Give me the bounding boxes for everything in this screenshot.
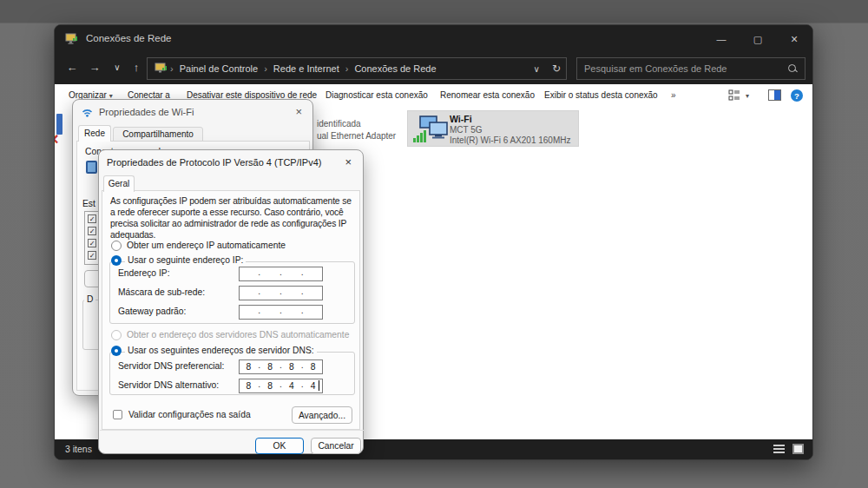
wifi-name: Wi-Fi — [450, 114, 472, 124]
items-count: 3 itens — [65, 444, 92, 454]
refresh-icon[interactable]: ↻ — [552, 63, 561, 75]
radio-auto-ip[interactable] — [111, 241, 122, 251]
close-button[interactable]: × — [776, 25, 812, 53]
details-view-icon[interactable] — [773, 445, 785, 454]
dns-preferred-label: Servidor DNS preferencial: — [118, 361, 224, 371]
wifi-connection-item[interactable]: Wi-Fi MCT 5G Intel(R) Wi-Fi 6 AX201 160M… — [407, 110, 579, 147]
text-caret — [319, 380, 319, 391]
breadcrumb-separator: › — [345, 63, 349, 74]
maximize-icon: ▢ — [753, 34, 762, 45]
dns-preferred-field[interactable]: 8888 — [239, 359, 323, 374]
wifi-adapter: Intel(R) Wi-Fi 6 AX201 160MHz — [450, 135, 571, 145]
toolbar-overflow-icon[interactable]: » — [671, 90, 676, 100]
dns-alternate-field[interactable]: 8844 — [239, 379, 323, 393]
item-checkbox-checked[interactable]: ✓ — [88, 251, 96, 260]
view-mode-icon[interactable] — [728, 89, 740, 101]
toolbar-view-status[interactable]: Exibir o status desta conexão — [544, 90, 658, 100]
footer-divider — [100, 430, 364, 431]
subnet-mask-label: Máscara de sub-rede: — [118, 287, 205, 297]
back-icon[interactable]: ← — [63, 61, 81, 74]
gateway-field[interactable] — [239, 305, 323, 320]
tab-rede[interactable]: Rede — [78, 125, 111, 142]
ipv4-dialog-page: As configurações IP podem ser atribuídas… — [102, 190, 360, 430]
wifi-network: MCT 5G — [450, 125, 483, 135]
wifi-connection-icon — [411, 115, 448, 144]
forward-icon[interactable]: → — [86, 61, 103, 74]
app-icon — [65, 33, 78, 45]
gateway-label: Gateway padrão: — [118, 307, 186, 316]
address-bar[interactable]: › Painel de Controle › Rede e Internet ›… — [147, 57, 567, 80]
validate-checkbox[interactable] — [113, 410, 122, 419]
titlebar: Conexões de Rede — ▢ × — [55, 25, 812, 53]
tab-compartilhamento[interactable]: Compartilhamento — [113, 127, 203, 142]
recent-locations-icon[interactable]: ∨ — [108, 63, 126, 72]
toolbar-rename-connection[interactable]: Renomear esta conexão — [440, 90, 535, 100]
help-icon[interactable]: ? — [791, 89, 803, 102]
view-mode-dropdown-icon[interactable]: ▾ — [746, 92, 749, 100]
wifi-dialog-title: Propriedades de Wi-Fi — [99, 107, 194, 117]
wifi-dialog-icon — [82, 106, 93, 117]
maximize-button[interactable]: ▢ — [740, 25, 776, 53]
minimize-button[interactable]: — — [703, 25, 740, 53]
adapter-icon-fragment — [86, 161, 97, 174]
subnet-mask-field[interactable] — [239, 286, 323, 300]
item-checkbox-checked[interactable]: ✓ — [88, 214, 96, 223]
radio-manual-dns-label[interactable]: Usar os seguintes endereços de servidor … — [125, 346, 317, 355]
cancel-button[interactable]: Cancelar — [311, 438, 361, 454]
thumbnail-view-icon[interactable] — [792, 444, 804, 454]
preview-pane-icon[interactable] — [768, 89, 781, 101]
wifi-dialog-close-icon[interactable]: × — [295, 105, 302, 118]
radio-manual-ip-label[interactable]: Usar o seguinte endereço IP: — [125, 255, 246, 265]
description-label-fragment: D — [84, 294, 95, 304]
close-icon: × — [791, 32, 798, 46]
radio-auto-ip-label[interactable]: Obter um endereço IP automaticamente — [127, 241, 286, 250]
partial-item-adapter[interactable]: ual Ethernet Adapter — [317, 131, 396, 141]
ipv4-dialog-title: Propriedades de Protocolo IP Versão 4 (T… — [107, 157, 321, 168]
toolbar-diagnose-connection[interactable]: Diagnosticar esta conexão — [326, 90, 428, 100]
item-checkbox-checked[interactable]: ✓ — [88, 227, 96, 235]
breadcrumb-network-connections[interactable]: Conexões de Rede — [354, 63, 436, 74]
radio-auto-dns — [111, 330, 122, 340]
search-icon[interactable] — [787, 63, 798, 74]
item-checkbox-checked[interactable]: ✓ — [88, 239, 96, 247]
breadcrumb-separator: › — [264, 63, 267, 74]
ipv4-properties-dialog: Propriedades de Protocolo IP Versão 4 (T… — [98, 149, 364, 454]
ip-address-field[interactable] — [239, 267, 323, 281]
disabled-red-x-icon: × — [55, 129, 59, 149]
radio-manual-ip[interactable] — [111, 255, 122, 266]
partial-item-network[interactable]: identificada — [317, 119, 361, 129]
navigation-bar: ← → ∨ ↑ › Painel de Controle › Rede e In… — [55, 53, 812, 84]
radio-auto-dns-label: Obter o endereço dos servidores DNS auto… — [127, 330, 349, 340]
network-connections-window: Conexões de Rede — ▢ × ← → ∨ ↑ › Painel … — [54, 24, 813, 460]
window-title: Conexões de Rede — [86, 33, 171, 43]
breadcrumb-network-internet[interactable]: Rede e Internet — [273, 63, 339, 74]
location-icon — [155, 63, 168, 75]
validate-checkbox-label[interactable]: Validar configurações na saída — [128, 410, 251, 419]
ok-button[interactable]: OK — [255, 438, 304, 454]
ipv4-dialog-close-icon[interactable]: × — [345, 155, 352, 168]
up-icon[interactable]: ↑ — [128, 61, 145, 74]
breadcrumb-separator: › — [170, 63, 174, 74]
minimize-icon: — — [717, 34, 727, 44]
ipv4-intro-text: As configurações IP podem ser atribuídas… — [110, 195, 357, 241]
dns-alternate-label: Servidor DNS alternativo: — [118, 380, 219, 390]
search-box[interactable] — [576, 57, 806, 80]
radio-manual-dns[interactable] — [111, 346, 122, 356]
items-label-fragment: Est — [82, 199, 95, 208]
tab-geral[interactable]: Geral — [103, 175, 135, 192]
ip-address-label: Endereço IP: — [118, 268, 170, 278]
advanced-button[interactable]: Avançado... — [292, 406, 352, 424]
address-dropdown-icon[interactable]: ∨ — [534, 64, 540, 74]
breadcrumb-control-panel[interactable]: Painel de Controle — [180, 63, 259, 74]
search-input[interactable] — [584, 63, 787, 74]
